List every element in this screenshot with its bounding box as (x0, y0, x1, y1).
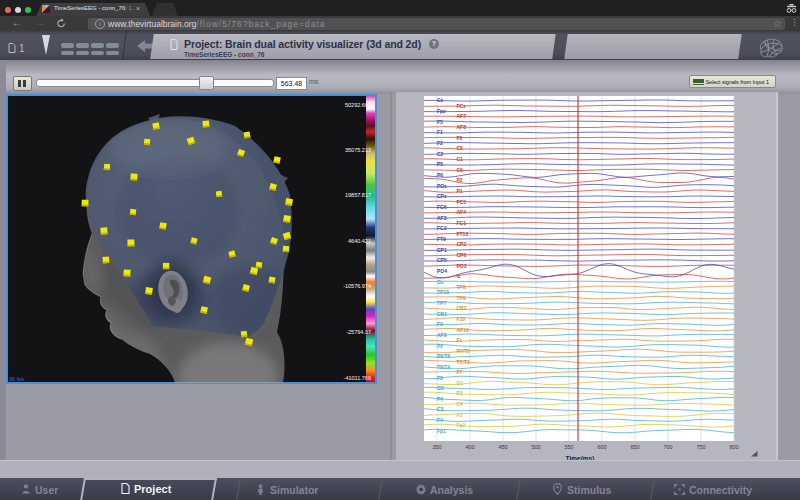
svg-text:F8: F8 (437, 375, 443, 381)
svg-text:AF4: AF4 (457, 209, 467, 215)
svg-text:POz: POz (437, 183, 447, 189)
svg-text:C3: C3 (437, 406, 444, 412)
svg-text:Cz: Cz (437, 97, 444, 103)
svg-text:Fz: Fz (457, 337, 463, 343)
svg-text:Fp2: Fp2 (457, 422, 466, 428)
svg-text:CP6: CP6 (457, 252, 467, 258)
svg-text:F5: F5 (437, 119, 443, 125)
svg-text:F6: F6 (457, 135, 463, 141)
svg-text:AF3: AF3 (437, 215, 447, 221)
svg-text:CP5: CP5 (437, 257, 447, 263)
svg-text:TP9: TP9 (457, 295, 466, 301)
svg-text:FT9: FT9 (437, 236, 446, 242)
svg-text:O1: O1 (457, 380, 464, 386)
svg-text:T8/T4: T8/T4 (437, 364, 450, 370)
svg-text:FC6: FC6 (437, 204, 447, 210)
svg-text:F9: F9 (437, 321, 443, 327)
svg-text:F10: F10 (457, 316, 466, 322)
svg-text:4640.421: 4640.421 (348, 238, 371, 244)
svg-text:F7: F7 (457, 369, 463, 375)
svg-text:F4: F4 (437, 417, 443, 423)
svg-text:F3: F3 (457, 412, 463, 418)
svg-text:AF10: AF10 (457, 327, 469, 333)
svg-text:50292.609: 50292.609 (345, 102, 371, 108)
svg-text:650: 650 (630, 444, 639, 450)
svg-text:C5: C5 (457, 145, 464, 151)
svg-text:35075.213: 35075.213 (345, 147, 371, 153)
svg-text:-41011.766: -41011.766 (344, 375, 371, 381)
svg-text:CB2: CB2 (457, 305, 467, 311)
svg-text:PO4: PO4 (437, 268, 447, 274)
svg-text:PO3: PO3 (457, 263, 467, 269)
svg-text:550: 550 (564, 444, 573, 450)
svg-text:TP8: TP8 (457, 284, 466, 290)
svg-text:C2: C2 (437, 151, 444, 157)
svg-text:AF8: AF8 (457, 124, 467, 130)
svg-text:700: 700 (663, 444, 672, 450)
svg-text:Fp1: Fp1 (437, 428, 446, 434)
svg-text:600: 600 (597, 444, 606, 450)
svg-text:AF7: AF7 (457, 113, 467, 119)
svg-text:400: 400 (465, 444, 474, 450)
svg-text:CB1: CB1 (437, 311, 447, 317)
svg-text:FT10: FT10 (457, 231, 469, 237)
svg-text:800: 800 (729, 444, 738, 450)
svg-text:FCz: FCz (457, 103, 467, 109)
svg-text:P5: P5 (437, 161, 443, 167)
svg-text:P3: P3 (457, 390, 463, 396)
svg-text:C4: C4 (457, 401, 464, 407)
svg-text:AF9: AF9 (437, 332, 447, 338)
svg-text:O2: O2 (437, 385, 444, 391)
svg-text:F1: F1 (437, 129, 443, 135)
svg-text:CP2: CP2 (457, 241, 467, 247)
svg-text:Oz: Oz (437, 279, 444, 285)
svg-text:FC1: FC1 (457, 220, 467, 226)
svg-text:T7/T3: T7/T3 (457, 359, 470, 365)
svg-text:Pz: Pz (437, 343, 443, 349)
svg-text:-25794.37: -25794.37 (346, 329, 371, 335)
svg-text:FC5: FC5 (457, 199, 467, 205)
svg-text:C6: C6 (457, 167, 464, 173)
svg-text:350: 350 (432, 444, 441, 450)
svg-text:CP1: CP1 (437, 247, 447, 253)
svg-text:19857.817: 19857.817 (345, 192, 371, 198)
svg-text:Fpz: Fpz (437, 108, 446, 114)
svg-text:C1: C1 (457, 156, 464, 162)
svg-text:P4: P4 (437, 396, 443, 402)
svg-text:F2: F2 (437, 140, 443, 146)
svg-text:30 fps: 30 fps (9, 376, 24, 382)
svg-text:TP10: TP10 (437, 289, 449, 295)
svg-text:P8/T6: P8/T6 (437, 353, 451, 359)
svg-text:Iz: Iz (457, 273, 461, 279)
svg-text:P6: P6 (437, 172, 443, 178)
svg-text:TP7: TP7 (437, 300, 446, 306)
svg-text:450: 450 (498, 444, 507, 450)
svg-text:P7/T5: P7/T5 (457, 348, 471, 354)
svg-text:P1: P1 (457, 188, 463, 194)
svg-text:-10576.974: -10576.974 (343, 283, 371, 289)
svg-text:500: 500 (531, 444, 540, 450)
svg-text:P2: P2 (457, 177, 463, 183)
svg-text:CPz: CPz (437, 193, 447, 199)
svg-text:750: 750 (696, 444, 705, 450)
svg-text:FC2: FC2 (437, 225, 447, 231)
